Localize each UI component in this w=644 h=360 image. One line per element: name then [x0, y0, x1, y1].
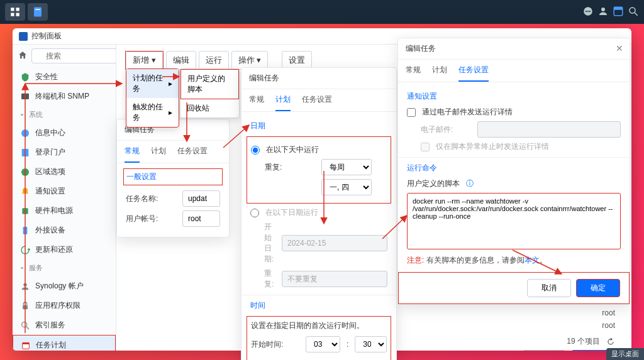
dd-triggered-task[interactable]: 触发的任务▸: [126, 98, 179, 127]
run-command-title: 运行命令: [407, 163, 621, 173]
note-link[interactable]: 本文: [525, 256, 540, 265]
minute-select[interactable]: 30: [355, 336, 387, 352]
sidebar-item-login-portal[interactable]: 登录门户: [13, 143, 116, 162]
start-time-label: 开始时间:: [251, 339, 299, 350]
edit-task-panel-3: 编辑任务 ✕ 常规 计划 任务设置 通知设置 通过电子邮件发送运行详情 电子邮件…: [397, 38, 630, 305]
edit-task-panel-2: 编辑任务 常规 计划 任务设置 日期 在以下天中运行 重复:每周 一, 四 在以…: [241, 67, 397, 360]
topbar-apps-icon[interactable]: [5, 3, 25, 21]
cancel-button[interactable]: 取消: [527, 279, 571, 297]
script-textarea[interactable]: docker run --rm --name watchtower -v /va…: [407, 193, 621, 249]
sidebar-item-external-devices[interactable]: 外接设备: [13, 221, 116, 240]
svg-rect-0: [11, 8, 14, 11]
close-icon[interactable]: ✕: [616, 43, 623, 53]
general-settings-section: 一般设置: [123, 168, 223, 185]
sidebar-item-synology-account[interactable]: Synology 帐户: [13, 276, 116, 296]
task-name-label: 任务名称:: [126, 194, 176, 204]
task-name-input[interactable]: [182, 190, 220, 207]
topbar-control-panel-icon[interactable]: [28, 3, 48, 21]
repeat2-input: [282, 271, 387, 287]
sidebar-group-service[interactable]: 服务: [13, 259, 116, 276]
sidebar-item-app-privileges[interactable]: 应用程序权限: [13, 296, 116, 315]
sidebar-item-label: 索引服务: [35, 320, 65, 330]
email-label: 电子邮件:: [421, 124, 471, 135]
search-icon[interactable]: [628, 6, 639, 19]
ok-button[interactable]: 确定: [576, 279, 620, 297]
svg-rect-12: [614, 7, 623, 10]
sidebar-item-label: 应用程序权限: [35, 300, 80, 311]
new-button[interactable]: 新增 ▾: [126, 52, 163, 69]
sidebar-item-label: 安全性: [35, 72, 58, 82]
user-account-label: 用户帐号:: [126, 214, 176, 224]
edit-button[interactable]: 编辑: [166, 51, 196, 70]
tab-general[interactable]: 常规: [406, 65, 421, 82]
email-notify-checkbox[interactable]: [407, 108, 416, 117]
chat-icon[interactable]: [582, 6, 594, 19]
tab-schedule[interactable]: 计划: [151, 146, 166, 163]
dd-scheduled-task[interactable]: 计划的任务▸: [126, 69, 179, 98]
abnormal-only-label: 仅在脚本异常终止时发送运行详情: [436, 141, 549, 152]
email-notify-label: 通过电子邮件发送运行详情: [422, 107, 513, 117]
sidebar-item-label: Synology 帐户: [35, 281, 84, 292]
hour-select[interactable]: 03: [306, 336, 340, 352]
run-on-date-radio[interactable]: [250, 209, 259, 217]
tab-general[interactable]: 常规: [249, 94, 264, 111]
sidebar-item-terminal[interactable]: 终端机和 SNMP: [13, 87, 116, 106]
svg-point-9: [589, 10, 591, 11]
background-task-list: root root: [602, 308, 615, 330]
table-row: root: [602, 321, 615, 330]
tab-general[interactable]: 常规: [125, 146, 140, 163]
tab-task-settings[interactable]: 任务设置: [302, 94, 332, 111]
sidebar-item-update[interactable]: 更新和还原: [13, 240, 116, 259]
control-panel-icon: [19, 32, 28, 41]
sidebar-item-label: 外接设备: [35, 225, 65, 236]
svg-rect-1: [16, 8, 19, 11]
panel-title: 编辑任务: [242, 68, 396, 89]
sidebar-item-indexing[interactable]: 索引服务: [13, 315, 116, 335]
search-input[interactable]: [31, 48, 116, 63]
chevron-right-icon: ▸: [169, 79, 172, 88]
panel-title: 编辑任务: [398, 38, 630, 60]
svg-rect-2: [11, 13, 14, 16]
submenu-user-script[interactable]: 用户定义的脚本: [180, 69, 239, 99]
reload-icon[interactable]: [606, 337, 615, 346]
tab-schedule[interactable]: 计划: [275, 94, 291, 111]
sidebar-item-info-center[interactable]: 信息中心: [13, 123, 116, 143]
svg-rect-22: [23, 305, 28, 309]
show-desktop-button[interactable]: 显示桌面: [606, 348, 644, 360]
sidebar-item-security[interactable]: 安全性: [13, 67, 116, 87]
start-date-input: [282, 235, 387, 251]
user-account-input[interactable]: [182, 210, 220, 227]
widgets-icon[interactable]: [613, 6, 624, 19]
svg-point-10: [601, 8, 605, 11]
svg-rect-17: [22, 149, 29, 156]
info-icon[interactable]: ⓘ: [466, 178, 474, 189]
user-icon[interactable]: [597, 6, 609, 19]
home-icon[interactable]: [18, 50, 28, 62]
user-script-label: 用户定义的脚本: [407, 178, 460, 189]
item-count: 19 个项目: [567, 336, 600, 347]
sidebar-item-regional[interactable]: 区域选项: [13, 162, 116, 182]
svg-rect-5: [35, 9, 40, 11]
sidebar-item-hardware[interactable]: 硬件和电源: [13, 201, 116, 221]
repeat2-label: 重复:: [264, 268, 275, 290]
sidebar-group-system[interactable]: 系统: [13, 106, 116, 123]
tab-task-settings[interactable]: 任务设置: [458, 65, 489, 82]
note-text: 注意: 有关脚本的更多信息，请参阅本文。: [407, 255, 621, 266]
new-dropdown: 计划的任务▸ 触发的任务▸: [126, 68, 179, 128]
sidebar-item-label: 信息中心: [35, 128, 65, 138]
sidebar-item-task-scheduler[interactable]: 任务计划: [13, 335, 116, 351]
tab-task-settings[interactable]: 任务设置: [177, 146, 208, 163]
sidebar-item-notification[interactable]: 通知设置: [13, 182, 116, 201]
run-button[interactable]: 运行: [199, 51, 229, 70]
svg-line-14: [635, 13, 638, 16]
run-on-days-radio[interactable]: [251, 146, 260, 155]
repeat-select[interactable]: 每周: [321, 159, 372, 175]
run-on-date-label: 在以下日期运行: [265, 207, 318, 218]
svg-rect-4: [34, 8, 42, 17]
tab-schedule[interactable]: 计划: [432, 65, 447, 82]
svg-point-21: [23, 283, 26, 286]
time-description: 设置在指定日期的首次运行时间。: [251, 320, 387, 331]
submenu-recycle[interactable]: 回收站: [180, 99, 239, 117]
reset-button[interactable]: 重置: [522, 350, 566, 351]
days-select[interactable]: 一, 四: [321, 179, 372, 195]
